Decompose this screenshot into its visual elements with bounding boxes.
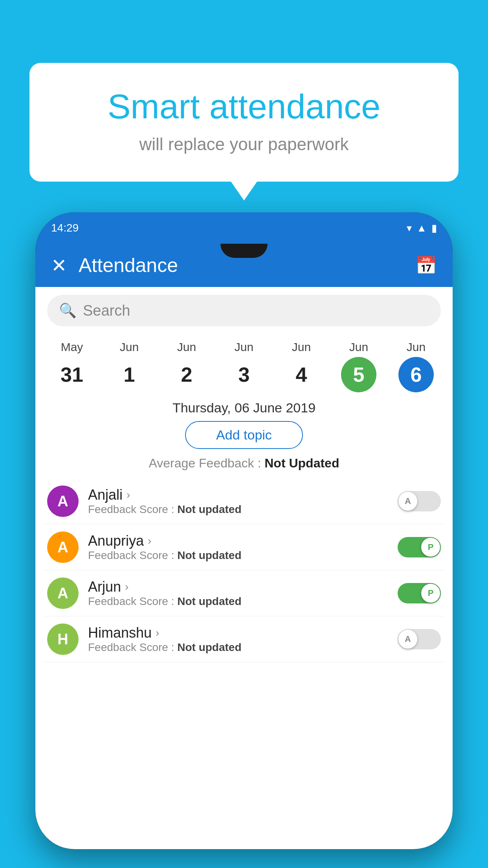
date-col-3[interactable]: Jun3 [226,340,262,392]
chevron-right-icon: › [156,627,159,639]
chevron-right-icon: › [125,581,128,593]
avatar: A [47,531,79,563]
status-time: 14:29 [51,222,79,234]
avg-feedback-label: Average Feedback : [149,456,261,470]
attendance-toggle[interactable]: P [398,583,441,603]
toggle-knob: P [421,538,440,557]
close-button[interactable]: ✕ [51,254,67,276]
student-feedback: Feedback Score : Not updated [88,641,398,654]
student-row[interactable]: HHimanshu ›Feedback Score : Not updatedA [43,616,445,662]
add-topic-button[interactable]: Add topic [185,421,303,449]
status-icons: ▾ ▲ ▮ [407,222,437,234]
student-feedback: Feedback Score : Not updated [88,595,398,608]
student-feedback: Feedback Score : Not updated [88,549,398,562]
date-month-2: Jun [177,340,196,354]
speech-bubble-subtitle: will replace your paperwork [61,134,427,154]
student-info: Himanshu ›Feedback Score : Not updated [88,625,398,654]
date-month-4: Jun [292,340,311,354]
search-placeholder: Search [83,302,130,319]
avatar: A [47,485,79,517]
date-month-5: Jun [349,340,368,354]
battery-icon: ▮ [431,222,437,234]
toggle-knob: P [421,584,440,603]
avatar: H [47,623,79,655]
student-info: Anupriya ›Feedback Score : Not updated [88,533,398,562]
phone-content: 🔍 Search May31Jun1Jun2Jun3Jun4Jun5Jun6 T… [35,287,453,849]
attendance-toggle[interactable]: P [398,537,441,557]
date-day-5[interactable]: 5 [341,357,376,392]
search-bar[interactable]: 🔍 Search [47,295,441,326]
signal-icon: ▲ [416,222,427,234]
student-name: Arjun › [88,579,398,595]
date-day-1[interactable]: 1 [112,357,147,392]
date-col-1[interactable]: Jun1 [112,340,147,392]
student-name: Anupriya › [88,533,398,549]
student-info: Anjali ›Feedback Score : Not updated [88,487,398,516]
chevron-right-icon: › [127,489,130,501]
date-month-1: Jun [120,340,139,354]
avg-feedback-value: Not Updated [264,456,339,470]
date-day-4[interactable]: 4 [284,357,319,392]
toggle-knob: A [398,492,417,511]
date-col-4[interactable]: Jun4 [284,340,319,392]
date-day-3[interactable]: 3 [226,357,262,392]
date-col-5[interactable]: Jun5 [341,340,376,392]
date-month-0: May [61,340,83,354]
date-month-3: Jun [235,340,253,354]
student-row[interactable]: AAnupriya ›Feedback Score : Not updatedP [43,524,445,570]
date-day-6[interactable]: 6 [398,357,434,392]
date-day-0[interactable]: 31 [54,357,90,392]
speech-bubble: Smart attendance will replace your paper… [29,63,459,182]
student-info: Arjun ›Feedback Score : Not updated [88,579,398,608]
phone-notch [220,244,268,258]
phone-frame: 14:29 ▾ ▲ ▮ ✕ Attendance 📅 🔍 Search May3… [35,212,453,849]
avatar: A [47,577,79,609]
wifi-icon: ▾ [407,222,412,234]
calendar-icon[interactable]: 📅 [415,255,437,276]
date-strip: May31Jun1Jun2Jun3Jun4Jun5Jun6 [35,334,453,392]
selected-date-label: Thursday, 06 June 2019 [35,400,453,416]
date-month-6: Jun [407,340,426,354]
date-col-6[interactable]: Jun6 [398,340,434,392]
chevron-right-icon: › [148,535,151,547]
date-col-2[interactable]: Jun2 [169,340,204,392]
status-bar: 14:29 ▾ ▲ ▮ [35,212,453,244]
attendance-toggle[interactable]: A [398,491,441,511]
speech-bubble-title: Smart attendance [61,86,427,127]
student-feedback: Feedback Score : Not updated [88,503,398,516]
student-row[interactable]: AAnjali ›Feedback Score : Not updatedA [43,478,445,524]
student-name: Himanshu › [88,625,398,641]
student-list: AAnjali ›Feedback Score : Not updatedAAA… [35,478,453,662]
attendance-toggle[interactable]: A [398,629,441,649]
student-row[interactable]: AArjun ›Feedback Score : Not updatedP [43,570,445,616]
toggle-knob: A [398,630,417,649]
speech-bubble-container: Smart attendance will replace your paper… [29,63,459,182]
average-feedback: Average Feedback : Not Updated [35,456,453,471]
date-col-0[interactable]: May31 [54,340,90,392]
date-day-2[interactable]: 2 [169,357,204,392]
search-icon: 🔍 [59,302,77,319]
student-name: Anjali › [88,487,398,503]
